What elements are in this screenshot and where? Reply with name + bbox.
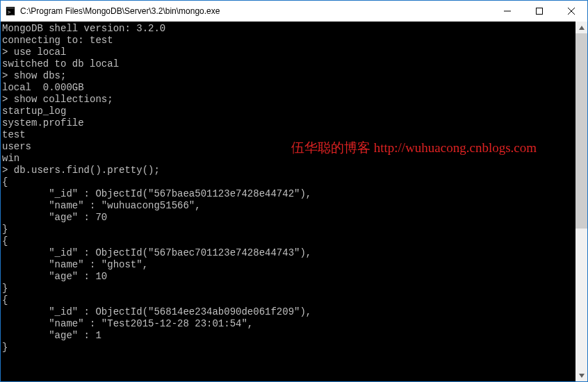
watermark-text: 伍华聪的博客 http://wuhuacong.cnblogs.com bbox=[291, 142, 537, 153]
window-title: C:\Program Files\MongoDB\Server\3.2\bin\… bbox=[20, 6, 491, 16]
scrollbar-track[interactable] bbox=[575, 33, 587, 369]
minimize-button[interactable] bbox=[491, 1, 523, 22]
terminal-output[interactable]: MongoDB shell version: 3.2.0 connecting … bbox=[1, 22, 575, 381]
svg-marker-9 bbox=[579, 374, 585, 378]
app-icon: >_ bbox=[5, 6, 16, 17]
console-area: MongoDB shell version: 3.2.0 connecting … bbox=[1, 22, 587, 381]
scrollbar-thumb[interactable] bbox=[575, 33, 587, 229]
svg-marker-8 bbox=[579, 26, 585, 30]
titlebar: >_ C:\Program Files\MongoDB\Server\3.2\b… bbox=[1, 1, 587, 22]
svg-rect-5 bbox=[537, 8, 543, 15]
close-button[interactable] bbox=[555, 1, 587, 22]
svg-text:>_: >_ bbox=[8, 9, 15, 15]
scroll-up-button[interactable] bbox=[575, 22, 587, 33]
scroll-down-button[interactable] bbox=[575, 369, 587, 381]
vertical-scrollbar[interactable] bbox=[575, 22, 587, 381]
maximize-button[interactable] bbox=[523, 1, 555, 22]
window-controls bbox=[491, 1, 587, 22]
